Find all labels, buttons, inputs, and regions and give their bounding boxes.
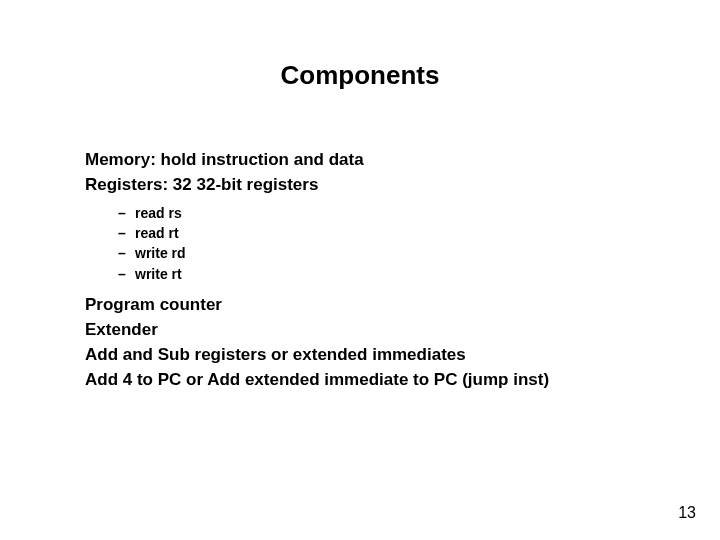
sub-item-read-rs: read rs bbox=[85, 203, 635, 223]
sub-item-write-rt: write rt bbox=[85, 264, 635, 284]
item-registers: Registers: 32 32-bit registers bbox=[85, 174, 635, 197]
item-add-sub: Add and Sub registers or extended immedi… bbox=[85, 344, 635, 367]
item-add-4-pc: Add 4 to PC or Add extended immediate to… bbox=[85, 369, 635, 392]
item-program-counter: Program counter bbox=[85, 294, 635, 317]
item-memory: Memory: hold instruction and data bbox=[85, 149, 635, 172]
slide-title: Components bbox=[85, 60, 635, 91]
page-number: 13 bbox=[678, 504, 696, 522]
item-extender: Extender bbox=[85, 319, 635, 342]
sub-item-read-rt: read rt bbox=[85, 223, 635, 243]
sub-list: read rs read rt write rd write rt bbox=[85, 203, 635, 284]
slide-container: Components Memory: hold instruction and … bbox=[0, 0, 720, 540]
sub-item-write-rd: write rd bbox=[85, 243, 635, 263]
